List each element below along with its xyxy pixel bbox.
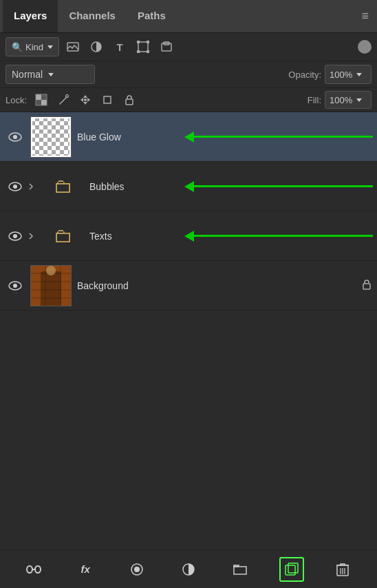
checkerboard-icon xyxy=(35,94,47,106)
svg-point-34 xyxy=(134,567,140,572)
filter-adjustment-button[interactable] xyxy=(87,37,106,56)
arrow-line xyxy=(194,136,373,138)
add-mask-button[interactable] xyxy=(125,557,149,582)
svg-rect-32 xyxy=(35,566,41,573)
svg-point-25 xyxy=(13,185,17,189)
chevron-down-icon xyxy=(48,73,54,76)
image-icon xyxy=(67,41,79,53)
bottom-toolbar: fx xyxy=(0,549,377,588)
arrow-head xyxy=(184,181,194,192)
folder-icon xyxy=(233,563,247,576)
filter-toggle[interactable] xyxy=(358,40,371,54)
layer-thumb-blue-glow xyxy=(30,116,72,158)
arrow-head xyxy=(184,132,194,143)
panel-menu-button[interactable]: ≡ xyxy=(353,0,377,32)
arrow-line xyxy=(194,185,373,187)
blend-mode-row: Normal Opacity: 100% xyxy=(0,61,377,88)
adjustment-icon xyxy=(182,563,195,576)
svg-rect-9 xyxy=(36,94,41,100)
svg-rect-5 xyxy=(137,50,140,53)
fill-label: Fill: xyxy=(308,95,321,105)
add-layer-style-button[interactable]: fx xyxy=(73,557,98,582)
arrow-indicator-texts xyxy=(184,231,377,242)
arrow-head xyxy=(184,231,194,242)
layer-thumb-bubbles: 🗀 xyxy=(43,166,84,207)
transform-icon xyxy=(137,41,149,53)
lock-row: Lock: Fill: 100% xyxy=(0,88,377,112)
visibility-toggle-background[interactable] xyxy=(6,281,25,291)
lock-icon xyxy=(362,279,371,290)
eye-icon xyxy=(8,182,22,191)
mask-icon xyxy=(130,563,144,576)
svg-rect-12 xyxy=(41,100,47,105)
layers-list: Blue Glow 🗀 Bubbles xyxy=(0,112,377,549)
chevron-right-icon xyxy=(28,183,34,190)
layer-item-bubbles[interactable]: 🗀 Bubbles xyxy=(0,162,377,211)
filter-kind-select[interactable]: 🔍 Kind xyxy=(6,37,59,56)
folder-icon: 🗀 xyxy=(54,175,73,198)
tab-layers[interactable]: Layers xyxy=(3,0,58,32)
circle-half-icon xyxy=(90,41,103,53)
lock-transparent-button[interactable] xyxy=(32,91,50,109)
link-layers-button[interactable] xyxy=(21,557,46,582)
lock-label: Lock: xyxy=(6,95,27,105)
svg-rect-6 xyxy=(147,50,149,53)
tabs-bar: Layers Channels Paths ≡ xyxy=(0,0,377,33)
layer-item-texts[interactable]: 🗀 Texts xyxy=(0,211,377,261)
paintbrush-icon xyxy=(58,94,69,105)
expand-texts[interactable] xyxy=(25,233,37,240)
svg-point-23 xyxy=(13,135,17,139)
layer-thumb-texts: 🗀 xyxy=(43,216,84,257)
tab-channels[interactable]: Channels xyxy=(58,0,127,32)
move-icon xyxy=(80,94,91,105)
svg-marker-16 xyxy=(83,102,87,105)
opacity-value-input[interactable]: 100% xyxy=(325,65,371,84)
link-icon xyxy=(26,565,41,574)
layer-name-background: Background xyxy=(77,280,358,291)
eye-icon xyxy=(8,231,22,241)
lock-all-button[interactable] xyxy=(120,91,138,109)
new-layer-button[interactable] xyxy=(279,557,304,582)
filter-shape-button[interactable] xyxy=(133,37,153,56)
svg-rect-3 xyxy=(137,41,140,43)
visibility-toggle-bubbles[interactable] xyxy=(6,182,25,191)
svg-rect-37 xyxy=(288,563,298,573)
filter-smart-button[interactable] xyxy=(157,37,176,56)
svg-rect-4 xyxy=(147,41,149,43)
svg-marker-17 xyxy=(80,98,83,102)
blend-mode-select[interactable]: Normal xyxy=(6,65,95,84)
svg-rect-10 xyxy=(41,94,47,100)
fill-value-input[interactable]: 100% xyxy=(325,91,371,109)
svg-rect-2 xyxy=(138,42,148,52)
svg-rect-30 xyxy=(363,284,370,289)
fx-icon: fx xyxy=(81,563,90,575)
svg-marker-15 xyxy=(83,95,87,98)
trash-icon xyxy=(336,563,349,576)
expand-bubbles[interactable] xyxy=(25,183,37,190)
arrow-indicator-blue-glow xyxy=(184,132,377,143)
lock-icon xyxy=(125,94,134,105)
chevron-right-icon xyxy=(28,233,34,240)
visibility-toggle-blue-glow[interactable] xyxy=(6,132,25,142)
delete-layer-button[interactable] xyxy=(330,557,355,582)
layer-lock-background xyxy=(362,279,371,293)
lock-position-button[interactable] xyxy=(76,91,94,109)
new-group-button[interactable] xyxy=(228,557,252,582)
lock-artboard-button[interactable] xyxy=(98,91,116,109)
new-layer-icon xyxy=(285,563,299,576)
crop-icon xyxy=(102,94,113,105)
layer-item-blue-glow[interactable]: Blue Glow xyxy=(0,112,377,162)
new-fill-adjustment-button[interactable] xyxy=(176,557,201,582)
layer-item-background[interactable]: Background xyxy=(0,261,377,311)
tab-paths[interactable]: Paths xyxy=(127,0,177,32)
svg-point-19 xyxy=(84,98,87,101)
fill-group: Fill: 100% xyxy=(308,91,371,109)
lock-image-button[interactable] xyxy=(54,91,72,109)
opacity-group: Opacity: 100% xyxy=(288,65,371,84)
chevron-down-icon xyxy=(47,45,53,49)
arrow-indicator-bubbles xyxy=(184,181,377,192)
filter-pixel-button[interactable] xyxy=(63,37,83,56)
visibility-toggle-texts[interactable] xyxy=(6,231,25,241)
filter-type-button[interactable]: T xyxy=(110,37,129,56)
svg-rect-11 xyxy=(36,100,41,105)
